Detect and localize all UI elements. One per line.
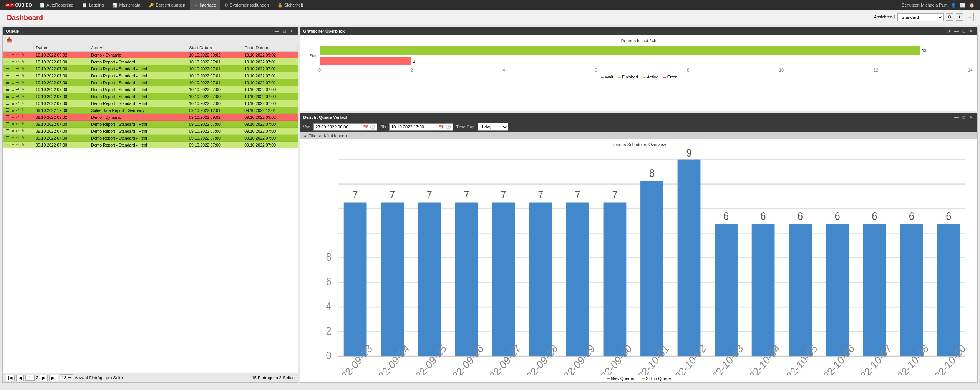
queue-maximize-button[interactable]: □ xyxy=(282,28,287,34)
von-input[interactable] xyxy=(315,125,361,129)
row-edit-btn[interactable]: ✎ xyxy=(20,80,25,85)
bericht-close-button[interactable]: ✕ xyxy=(968,115,974,120)
row-edit-btn[interactable]: ✎ xyxy=(20,52,25,57)
entries-per-page-select[interactable]: 13 xyxy=(60,374,73,381)
row-list-btn[interactable]: ☰ xyxy=(5,115,10,120)
nav-interface[interactable]: ↔ Interface xyxy=(190,0,220,10)
view-star-button[interactable]: ★ xyxy=(956,13,963,21)
home-icon[interactable]: 🏠 xyxy=(968,2,975,8)
row-list2-btn[interactable]: ≡ xyxy=(11,94,15,99)
page-next-button[interactable]: ▶ xyxy=(40,375,48,381)
von-input-wrap[interactable]: 📅 🕐 xyxy=(313,123,377,131)
job-filter-icon[interactable]: ▼ xyxy=(99,46,103,50)
row-edit-btn[interactable]: ✎ xyxy=(20,128,25,133)
bis-input[interactable] xyxy=(391,125,437,129)
row-undo-btn[interactable]: ↩ xyxy=(15,115,20,120)
row-list2-btn[interactable]: ≡ xyxy=(11,143,15,147)
row-list-btn[interactable]: ☰ xyxy=(5,66,10,71)
row-list2-btn[interactable]: ≡ xyxy=(11,67,15,71)
row-list-btn[interactable]: ☰ xyxy=(5,87,10,92)
page-last-button[interactable]: ▶| xyxy=(49,375,58,381)
row-list2-btn[interactable]: ≡ xyxy=(11,87,15,92)
row-edit-btn[interactable]: ✎ xyxy=(20,115,25,120)
bis-clock-icon[interactable]: 🕐 xyxy=(446,125,451,130)
row-list2-btn[interactable]: ≡ xyxy=(11,115,15,120)
grafischer-maximize-button[interactable]: □ xyxy=(962,28,967,34)
row-list2-btn[interactable]: ≡ xyxy=(11,129,15,133)
nav-sicherheit[interactable]: 🔒 Sicherheit xyxy=(274,0,307,10)
row-list2-btn[interactable]: ≡ xyxy=(11,53,15,57)
filter-bar[interactable]: ▲ Filter auf-/zuklappen xyxy=(300,132,977,139)
queue-close-button[interactable]: ✕ xyxy=(289,28,295,34)
queue-table-wrap[interactable]: Datum Job ▼ Start Datum Ende Datum ☰ ≡ ↩… xyxy=(3,44,298,373)
row-spacer xyxy=(182,93,187,100)
row-list2-btn[interactable]: ≡ xyxy=(11,122,15,127)
page-first-button[interactable]: |◀ xyxy=(6,375,15,381)
bis-calendar-icon[interactable]: 📅 xyxy=(439,125,444,130)
bericht-minimize-button[interactable]: — xyxy=(953,115,960,120)
row-undo-btn[interactable]: ↩ xyxy=(15,94,20,99)
row-list-btn[interactable]: ☰ xyxy=(5,94,10,99)
row-list2-btn[interactable]: ≡ xyxy=(11,136,15,140)
row-edit-btn[interactable]: ✎ xyxy=(20,101,25,106)
row-list2-btn[interactable]: ≡ xyxy=(11,80,15,85)
row-edit-btn[interactable]: ✎ xyxy=(20,66,25,71)
row-edit-btn[interactable]: ✎ xyxy=(20,108,25,113)
nav-systemeinstellungen[interactable]: ⚙ Systemeinstellungen xyxy=(221,0,273,10)
grafischer-minimize-button[interactable]: — xyxy=(953,28,960,34)
row-undo-btn[interactable]: ↩ xyxy=(15,80,20,85)
grafischer-close-button[interactable]: ✕ xyxy=(968,28,974,34)
row-list2-btn[interactable]: ≡ xyxy=(11,101,15,106)
row-list2-btn[interactable]: ≡ xyxy=(11,108,15,113)
window-maximize-icon[interactable]: ⬜ xyxy=(959,2,966,8)
row-undo-btn[interactable]: ↩ xyxy=(15,59,20,64)
row-list-btn[interactable]: ☰ xyxy=(5,52,10,57)
row-list-btn[interactable]: ☰ xyxy=(5,135,10,140)
row-undo-btn[interactable]: ↩ xyxy=(15,87,20,92)
row-undo-btn[interactable]: ↩ xyxy=(15,128,20,133)
row-undo-btn[interactable]: ↩ xyxy=(15,66,20,71)
bericht-maximize-button[interactable]: □ xyxy=(962,115,967,120)
row-undo-btn[interactable]: ↩ xyxy=(15,135,20,140)
queue-export-button[interactable]: 📥 xyxy=(5,37,13,43)
row-edit-btn[interactable]: ✎ xyxy=(20,122,25,127)
nav-logging[interactable]: 📋 Logging xyxy=(78,0,108,10)
user-icon[interactable]: 👤 xyxy=(950,2,957,8)
row-list-btn[interactable]: ☰ xyxy=(5,128,10,133)
row-edit-btn[interactable]: ✎ xyxy=(20,59,25,64)
row-edit-btn[interactable]: ✎ xyxy=(20,87,25,92)
row-list-btn[interactable]: ☰ xyxy=(5,101,10,106)
row-undo-btn[interactable]: ↩ xyxy=(15,101,20,106)
page-current-input[interactable] xyxy=(25,375,35,381)
row-list-btn[interactable]: ☰ xyxy=(5,73,10,78)
nav-autoreporting[interactable]: 📄 AutoReporting xyxy=(36,0,77,10)
view-add-button[interactable]: ＋ xyxy=(966,13,974,21)
view-select[interactable]: Standard xyxy=(897,13,944,21)
row-undo-btn[interactable]: ↩ xyxy=(15,52,20,57)
row-edit-btn[interactable]: ✎ xyxy=(20,73,25,78)
row-list-btn[interactable]: ☰ xyxy=(5,59,10,64)
row-undo-btn[interactable]: ↩ xyxy=(15,108,20,113)
von-clock-icon[interactable]: 🕐 xyxy=(370,125,375,130)
row-list-btn[interactable]: ☰ xyxy=(5,108,10,113)
row-edit-btn[interactable]: ✎ xyxy=(20,94,25,99)
view-settings-button[interactable]: ⚙ xyxy=(946,13,953,21)
grafischer-settings-button[interactable]: ⚙ xyxy=(945,28,952,34)
row-undo-btn[interactable]: ↩ xyxy=(15,73,20,78)
nav-masterdata[interactable]: 📊 Masterdata xyxy=(108,0,144,10)
row-list2-btn[interactable]: ≡ xyxy=(11,73,15,78)
row-list-btn[interactable]: ☰ xyxy=(5,122,10,127)
nav-berechtigungen[interactable]: 🔑 Berechtigungen xyxy=(145,0,189,10)
row-list-btn[interactable]: ☰ xyxy=(5,80,10,85)
row-undo-btn[interactable]: ↩ xyxy=(15,122,20,127)
queue-minimize-button[interactable]: — xyxy=(274,28,280,34)
row-list-btn[interactable]: ☰ xyxy=(5,142,10,147)
page-prev-button[interactable]: ◀ xyxy=(16,375,24,381)
row-edit-btn[interactable]: ✎ xyxy=(20,142,25,147)
row-undo-btn[interactable]: ↩ xyxy=(15,142,20,147)
time-gap-select[interactable]: 1 day xyxy=(478,123,508,131)
von-calendar-icon[interactable]: 📅 xyxy=(363,125,368,130)
bis-input-wrap[interactable]: 📅 🕐 xyxy=(389,123,453,131)
row-edit-btn[interactable]: ✎ xyxy=(20,135,25,140)
row-list2-btn[interactable]: ≡ xyxy=(11,60,15,64)
